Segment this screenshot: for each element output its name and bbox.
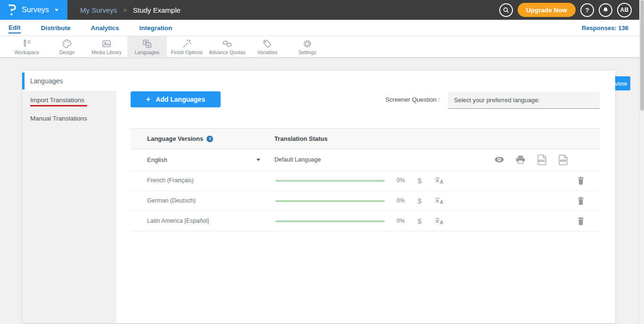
translate-icon: A [435, 197, 444, 205]
user-avatar[interactable]: AB [617, 3, 632, 17]
trash-icon [578, 177, 584, 185]
tab-edit[interactable]: Edit [8, 23, 21, 33]
gear-icon [302, 39, 313, 49]
breadcrumb-my-surveys[interactable]: My Surveys [80, 6, 117, 14]
delete-language-button[interactable] [578, 217, 584, 227]
edit-toolbar: Workspace Design Media Library [0, 36, 644, 57]
workspace-icon [22, 39, 32, 49]
top-header: Surveys My Surveys > Study Example Upgra… [0, 0, 644, 20]
delete-language-button[interactable] [578, 177, 584, 186]
translation-percent: 0% [393, 170, 409, 190]
languages-icon: A [142, 39, 152, 49]
translate-button[interactable]: A [435, 177, 444, 186]
responses-count-link[interactable]: Responses: 136 [582, 20, 628, 36]
default-row-actions: DOC PDF [494, 149, 569, 170]
add-languages-button[interactable]: + Add Languages [131, 91, 221, 107]
tab-analytics[interactable]: Analytics [91, 23, 119, 33]
paid-translation-button[interactable]: $ [414, 211, 425, 231]
toolbar-item-variables[interactable]: Variables [248, 36, 287, 57]
default-language-dropdown[interactable]: English [147, 149, 167, 170]
column-translation-status: Translation Status [274, 129, 328, 149]
translate-icon: A [435, 217, 444, 225]
paid-translation-button[interactable]: $ [414, 191, 425, 211]
translation-progress-bar [275, 200, 385, 202]
translation-progress-bar [275, 220, 385, 222]
breadcrumb: My Surveys > Study Example [80, 0, 181, 20]
product-menu-label: Surveys [22, 6, 49, 14]
paid-translation-button[interactable]: $ [414, 170, 425, 190]
language-name: Latin America [Español] [147, 211, 209, 231]
page-scrollbar[interactable] [639, 0, 644, 324]
doc-file-icon: DOC [537, 154, 547, 165]
tab-distribute[interactable]: Distribute [41, 23, 71, 33]
export-doc-button[interactable]: DOC [536, 154, 547, 165]
app-window: Surveys My Surveys > Study Example Upgra… [0, 0, 644, 324]
print-survey-button[interactable] [515, 155, 526, 164]
panel-main: + Add Languages Screener Question : Sele… [116, 91, 615, 323]
chain-link-icon [222, 39, 232, 49]
header-actions: Upgrade Now ? AB [499, 0, 632, 20]
trash-icon [578, 217, 584, 225]
search-icon [503, 7, 510, 14]
export-pdf-button[interactable]: PDF [557, 154, 569, 165]
svg-text:A: A [440, 179, 443, 185]
bell-icon [602, 7, 609, 14]
product-menu[interactable]: Surveys [0, 0, 67, 20]
translation-percent: 0% [393, 191, 409, 211]
translate-button[interactable]: A [435, 217, 444, 227]
sidebar-item-manual-translations[interactable]: Manual Translations [30, 115, 87, 122]
table-header-row: Language Versions ? Translation Status [131, 128, 600, 149]
palette-icon [62, 39, 72, 49]
tab-integration[interactable]: Integration [140, 23, 173, 33]
table-row-french: French (Français) 0% $ A [131, 170, 600, 191]
help-button[interactable]: ? [580, 3, 594, 17]
translate-icon: A [435, 177, 444, 185]
screener-question-select[interactable]: Select your preferred language: [448, 92, 600, 109]
language-name: German (Deutsch) [147, 191, 196, 211]
language-name: French (Français) [147, 170, 194, 190]
chevron-down-icon[interactable] [256, 159, 260, 161]
translate-button[interactable]: A [435, 197, 444, 207]
red-underline-annotation [30, 105, 87, 106]
add-languages-label: Add Languages [156, 96, 205, 103]
help-icon[interactable]: ? [206, 136, 213, 142]
tag-icon [262, 39, 272, 49]
eye-icon [494, 156, 504, 163]
search-button[interactable] [499, 3, 513, 17]
image-icon [101, 39, 112, 49]
svg-text:DOC: DOC [538, 159, 545, 162]
languages-table: Language Versions ? Translation Status E… [131, 128, 600, 231]
default-language-status: Default Language [274, 149, 321, 170]
panel-title: Languages [30, 71, 63, 91]
toolbar-item-finish-options[interactable]: Finish Options [167, 36, 206, 57]
questionpro-logo-icon [8, 4, 17, 16]
scrollbar-thumb[interactable] [640, 0, 644, 111]
breadcrumb-current: Study Example [133, 6, 181, 14]
table-row-latin-america: Latin America [Español] 0% $ A [131, 211, 600, 231]
sidebar-item-import-translations[interactable]: Import Translations [30, 97, 84, 104]
chevron-down-icon [55, 9, 58, 11]
delete-language-button[interactable] [578, 197, 584, 207]
toolbar-item-languages[interactable]: A Languages [127, 36, 167, 57]
survey-nav: Edit Distribute Analytics Integration Re… [0, 20, 644, 36]
translation-progress-bar [275, 180, 385, 182]
toolbar-item-media-library[interactable]: Media Library [87, 36, 126, 57]
breadcrumb-separator: > [123, 7, 127, 14]
magic-wand-icon [182, 39, 192, 49]
plus-icon: + [146, 95, 150, 104]
svg-text:A: A [440, 200, 443, 205]
toolbar-item-advance-quotas[interactable]: Advance Quotas [207, 36, 247, 57]
printer-icon [516, 155, 525, 164]
svg-text:PDF: PDF [560, 159, 566, 162]
toolbar-item-design[interactable]: Design [47, 36, 87, 57]
view-survey-button[interactable] [494, 156, 505, 163]
svg-text:A: A [148, 43, 150, 48]
toolbar-item-settings[interactable]: Settings [288, 36, 327, 57]
table-row-default-language: English Default Language [131, 149, 600, 170]
notifications-button[interactable] [599, 3, 612, 17]
column-language-versions: Language Versions ? [147, 129, 213, 149]
toolbar-item-workspace[interactable]: Workspace [7, 36, 47, 57]
upgrade-now-button[interactable]: Upgrade Now [518, 3, 576, 17]
panel-sidebar: Import Translations Manual Translations [22, 91, 116, 323]
pdf-file-icon: PDF [558, 154, 568, 165]
